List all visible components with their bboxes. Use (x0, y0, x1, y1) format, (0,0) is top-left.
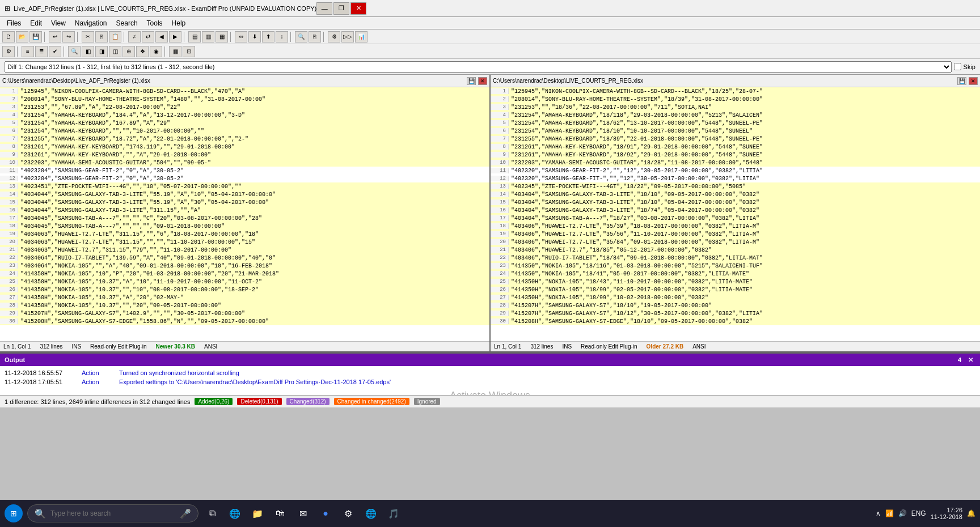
tb2-btn13[interactable]: ⊡ (183, 46, 195, 57)
edge-browser-btn[interactable]: 🌐 (226, 504, 244, 522)
line-number: 13 (0, 184, 18, 189)
tb2-btn10[interactable]: ❖ (136, 46, 149, 57)
save-btn[interactable]: 💾 (29, 31, 42, 42)
left-save-btn[interactable]: 💾 (467, 77, 476, 85)
date-display: 11-12-2018 (931, 513, 962, 520)
window-controls: — ❐ ✕ (316, 2, 366, 15)
badge-added: Added(0,26) (195, 398, 233, 405)
line-content: "402320","SAMSUNG-GEAR-FIT-2","","12","3… (509, 168, 980, 174)
merge-btn[interactable]: ⇔ (235, 31, 247, 42)
file-explorer-btn[interactable]: 📁 (248, 504, 267, 522)
left-panel-content[interactable]: 1"125945","NIKON-COOLPIX-CAMERA-WITH-8GB… (0, 87, 489, 341)
mail-btn[interactable]: ✉ (294, 504, 312, 522)
left-edit: Read-only Edit Plug-in (90, 343, 147, 350)
menu-tools[interactable]: Tools (142, 18, 167, 28)
replace-btn[interactable]: ⎘ (309, 31, 321, 42)
tb2-btn5[interactable]: 🔍 (68, 46, 81, 57)
merge3-btn[interactable]: ⬆ (262, 31, 274, 42)
start-button[interactable]: ⊞ (5, 504, 23, 522)
line-content: "231254","AMAHA-KEYBOARD","18/10","10-10… (509, 128, 980, 134)
new-btn[interactable]: 🗋 (2, 31, 15, 42)
output-close-btn[interactable]: ✕ (966, 356, 975, 364)
redo-btn[interactable]: ↪ (62, 31, 75, 42)
tb2-btn3[interactable]: ≣ (35, 46, 48, 57)
line-content: "403406","HUAWEI-T2.7-LTE","35/39","18-0… (509, 223, 980, 230)
diff-select[interactable]: Diff 1: Change 312 lines (1 - 312, first… (5, 61, 952, 73)
close-button[interactable]: ✕ (350, 2, 366, 15)
line-number: 19 (491, 231, 509, 237)
menu-view[interactable]: View (47, 18, 70, 28)
left-close-btn[interactable]: ✕ (478, 77, 487, 85)
tb2-btn11[interactable]: ◉ (150, 46, 162, 57)
cut-btn[interactable]: ✂ (82, 31, 94, 42)
tb2-btn12[interactable]: ▦ (169, 46, 181, 57)
tb2-btn6[interactable]: ◧ (82, 46, 94, 57)
next-diff-btn[interactable]: ▶ (169, 31, 181, 42)
skip-checkbox[interactable] (954, 63, 961, 70)
system-tray-expand[interactable]: ∧ (876, 509, 881, 517)
settings-taskbar-btn[interactable]: ⚙ (339, 504, 357, 522)
store-btn[interactable]: 🛍 (271, 504, 289, 522)
table-row: 20"403406","HUAWEI-T2.7-LTE","35/84","09… (491, 238, 980, 246)
line-content: "402345","ZTE-POCKTE-WIFI---4GT","18/22"… (509, 184, 980, 190)
menu-navigation[interactable]: Navigation (70, 18, 112, 28)
search-bar[interactable]: 🔍 🎤 (27, 504, 198, 522)
chrome-btn[interactable]: ● (316, 504, 335, 522)
right-panel-content[interactable]: 1"125945","NIKON-COOLPIX-CAMERA-WITH-8GB… (491, 87, 980, 341)
menu-edit[interactable]: Edit (26, 18, 47, 28)
menu-search[interactable]: Search (112, 18, 142, 28)
report-btn[interactable]: 📊 (355, 31, 368, 42)
maximize-button[interactable]: ❐ (333, 2, 349, 15)
diff-btn[interactable]: ≠ (128, 31, 141, 42)
task-view-btn[interactable]: ⧉ (203, 504, 221, 522)
merge4-btn[interactable]: ↕ (276, 31, 288, 42)
fold2-btn[interactable]: ▦ (216, 31, 228, 42)
language-icon[interactable]: 🌐 (362, 504, 380, 522)
tb2-btn8[interactable]: ◫ (109, 46, 121, 57)
table-row: 10"232203","YAMAHA-SEMI-ACOUSTIC-GUITAR"… (0, 159, 489, 167)
line-content: "232203","YAMAHA-SEMI-ACOUSTC-GUITAR","1… (509, 160, 980, 166)
copy-btn[interactable]: ⎘ (95, 31, 108, 42)
lang-label: ENG (911, 509, 926, 517)
output-pin-btn[interactable]: 4 (956, 356, 964, 364)
line-number: 20 (0, 239, 18, 245)
tb2-btn9[interactable]: ⊕ (122, 46, 135, 57)
table-row: 23"4034064","NOKIA-105","","A","40","09-… (0, 262, 489, 270)
app7-btn[interactable]: 🎵 (385, 504, 403, 522)
line-content: "4023204","SAMSUNG-GEAR-FIT-2","0","A","… (18, 168, 489, 174)
right-save-btn[interactable]: 💾 (957, 77, 966, 85)
tb2-btn2[interactable]: ≡ (22, 46, 34, 57)
notification-icon[interactable]: 🔔 (967, 509, 975, 517)
line-content: "414350H","NOKIA-105","18/99","10-02-201… (509, 295, 980, 301)
paste-btn[interactable]: 📋 (109, 31, 121, 42)
fold-btn[interactable]: ▤ (188, 31, 201, 42)
undo-btn[interactable]: ↩ (49, 31, 61, 42)
prev-diff-btn[interactable]: ◀ (155, 31, 168, 42)
network-icon[interactable]: 📶 (885, 509, 894, 517)
open-btn[interactable]: 📂 (16, 31, 28, 42)
line-number: 3 (0, 104, 18, 110)
tb2-btn1[interactable]: ⚙ (2, 46, 15, 57)
menu-files[interactable]: Files (2, 18, 26, 28)
merge2-btn[interactable]: ⬇ (248, 31, 261, 42)
compare-btn[interactable]: ▷▷ (341, 31, 354, 42)
right-close-btn[interactable]: ✕ (969, 77, 978, 85)
minimize-button[interactable]: — (316, 2, 332, 15)
line-content: "403404","SAMSUNG-GALAXY-TAB-3-LITE","18… (509, 192, 980, 198)
search-input[interactable] (50, 509, 175, 517)
line-number: 9 (0, 152, 18, 158)
settings-btn[interactable]: ⚙ (328, 31, 340, 42)
line-number: 29 (491, 311, 509, 316)
tb2-btn4[interactable]: ✔ (49, 46, 61, 57)
sync-btn[interactable]: ⇄ (142, 31, 154, 42)
tb2-btn7[interactable]: ◨ (95, 46, 108, 57)
line-number: 18 (0, 223, 18, 229)
line-number: 4 (491, 112, 509, 118)
table-row: 13"4023451","ZTE-POCKTE-WIFI---4G","","1… (0, 182, 489, 190)
volume-icon[interactable]: 🔊 (898, 509, 907, 517)
output-row-2: 11-12-2018 17:05:51 Action Exported sett… (5, 377, 975, 386)
unfold-btn[interactable]: ▥ (202, 31, 214, 42)
activate-title: Activate Windows (0, 390, 980, 395)
menu-help[interactable]: Help (167, 18, 191, 28)
find-btn[interactable]: 🔍 (295, 31, 307, 42)
